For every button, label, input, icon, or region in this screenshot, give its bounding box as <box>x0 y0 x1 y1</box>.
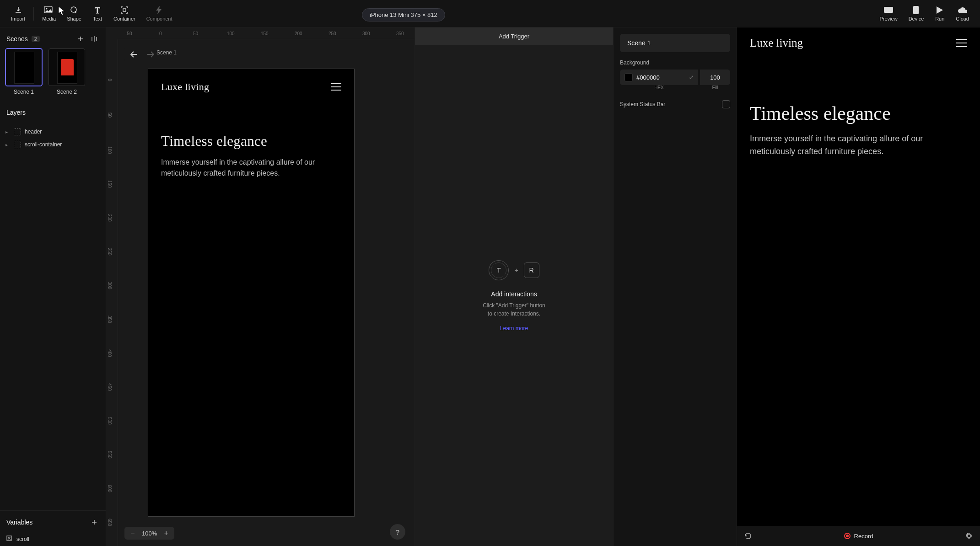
left-panel: Scenes 2 Scene 1 Scene 2 Layers <box>0 27 106 546</box>
brand-text: Luxe living <box>161 81 209 93</box>
scene-thumb-1 <box>5 48 42 86</box>
learn-more-link[interactable]: Learn more <box>500 325 528 332</box>
layers-list: ▸ header ▸ scroll-container <box>0 121 106 155</box>
scenes-count-badge: 2 <box>32 36 40 42</box>
scenes-header: Scenes 2 <box>0 27 106 48</box>
help-button[interactable]: ? <box>390 524 405 540</box>
zoom-in-button[interactable]: + <box>162 529 171 538</box>
caret-icon: ▸ <box>5 142 10 147</box>
preview-brand: Luxe living <box>750 37 803 49</box>
properties-panel: Scene 1 Background #000000 ⤢ 100 HEX Fil… <box>613 27 737 546</box>
cloud-icon <box>958 6 968 14</box>
play-icon <box>935 6 945 14</box>
caret-icon: ▸ <box>5 129 10 134</box>
container-button[interactable]: Container <box>108 4 141 23</box>
shape-icon <box>69 6 79 14</box>
scenes-settings-button[interactable] <box>89 34 99 44</box>
svg-rect-6 <box>913 6 919 14</box>
shape-button[interactable]: Shape <box>61 4 87 23</box>
artboard-hero: Timeless elegance Immerse yourself in th… <box>148 105 354 179</box>
background-fill-field[interactable]: 100 <box>700 70 730 85</box>
variable-scroll[interactable]: scroll <box>0 532 106 546</box>
svg-point-3 <box>75 11 76 13</box>
triggers-panel: Add Trigger T + R Add interactions Click… <box>415 27 613 546</box>
reload-button[interactable] <box>743 531 753 541</box>
artboard-header: Luxe living <box>148 69 354 105</box>
record-icon <box>844 533 851 539</box>
image-icon <box>44 6 54 14</box>
hamburger-icon <box>331 83 341 91</box>
plus-icon: + <box>514 267 518 274</box>
layer-name: header <box>25 128 42 135</box>
preview-settings-button[interactable] <box>964 531 974 541</box>
variable-name: scroll <box>16 536 29 542</box>
preview-hamburger-icon[interactable] <box>956 39 967 47</box>
hex-value: #000000 <box>636 74 685 81</box>
add-scene-button[interactable] <box>75 34 86 44</box>
toolbar-separator <box>33 7 34 21</box>
preview-icon <box>883 6 894 14</box>
media-button[interactable]: Media <box>37 4 61 23</box>
triggers-empty-sub: Click "Add Trigger" button to create Int… <box>483 301 545 318</box>
add-variable-button[interactable] <box>89 517 99 527</box>
back-button[interactable] <box>128 48 140 60</box>
device-selector[interactable]: iPhone 13 Mini 375 × 812 <box>362 8 445 21</box>
preview-header: Luxe living <box>737 27 980 59</box>
zoom-out-button[interactable]: − <box>128 529 137 538</box>
trigger-t-icon: T <box>489 260 509 280</box>
preview-hero: Timeless elegance Immerse yourself in th… <box>737 59 980 158</box>
container-icon <box>14 128 21 135</box>
add-trigger-button[interactable]: Add Trigger <box>415 27 613 45</box>
cloud-button[interactable]: Cloud <box>950 4 975 23</box>
top-toolbar: Import Media Shape Text Container Compon… <box>0 0 980 27</box>
svg-rect-5 <box>884 7 893 13</box>
record-button[interactable]: Record <box>844 533 873 540</box>
forward-button[interactable] <box>145 48 156 60</box>
container-icon <box>119 6 129 14</box>
scene-label: Scene 2 <box>57 89 77 95</box>
response-r-icon: R <box>524 262 539 278</box>
run-button[interactable]: Run <box>929 4 950 23</box>
scenes-title: Scenes <box>6 35 28 43</box>
bolt-icon <box>154 6 164 14</box>
layers-title: Layers <box>6 109 26 116</box>
text-button[interactable]: Text <box>87 4 108 23</box>
background-hex-field[interactable]: #000000 ⤢ <box>620 70 698 85</box>
artboard[interactable]: Luxe living Timeless elegance Immerse yo… <box>148 69 355 517</box>
preview-button[interactable]: Preview <box>874 4 903 23</box>
layers-header: Layers <box>0 99 106 121</box>
system-status-bar-row: System Status Bar <box>620 100 730 108</box>
layer-name: scroll-container <box>25 141 62 148</box>
status-bar-checkbox[interactable] <box>722 100 730 108</box>
layer-header[interactable]: ▸ header <box>0 125 106 138</box>
scene-item-2[interactable]: Scene 2 <box>48 48 85 95</box>
text-icon <box>92 6 102 14</box>
scene-label: Scene 1 <box>14 89 34 95</box>
ruler-vertical: 0501001502002503003504004505005506006507… <box>106 39 118 546</box>
body-text: Immerse yourself in the captivating allu… <box>161 157 341 179</box>
variables-header: Variables <box>0 511 106 532</box>
breadcrumb[interactable]: Scene 1 <box>156 49 177 56</box>
import-icon <box>13 6 23 14</box>
device-button[interactable]: Device <box>903 4 930 23</box>
canvas[interactable]: -50050100150200250300350400450 050100150… <box>106 27 415 546</box>
container-icon <box>14 141 21 148</box>
layer-scroll-container[interactable]: ▸ scroll-container <box>0 138 106 151</box>
hex-sublabel: HEX <box>620 85 698 90</box>
nav-back-forward <box>124 47 160 62</box>
scene-name-field[interactable]: Scene 1 <box>620 34 730 52</box>
eyedropper-icon[interactable]: ⤢ <box>689 74 694 80</box>
preview-headline: Timeless elegance <box>750 102 967 124</box>
variables-title: Variables <box>6 519 32 526</box>
zoom-value: 100% <box>142 530 157 537</box>
status-bar-label: System Status Bar <box>620 101 665 107</box>
preview-footer: Record <box>737 526 980 546</box>
import-button[interactable]: Import <box>5 4 31 23</box>
background-label: Background <box>620 59 730 66</box>
fill-sublabel: Fill <box>700 85 730 90</box>
component-button[interactable]: Component <box>141 4 178 23</box>
scene-item-1[interactable]: Scene 1 <box>5 48 42 95</box>
color-swatch <box>625 73 633 81</box>
preview-panel: Luxe living Timeless elegance Immerse yo… <box>737 27 980 546</box>
phone-icon <box>911 6 921 14</box>
